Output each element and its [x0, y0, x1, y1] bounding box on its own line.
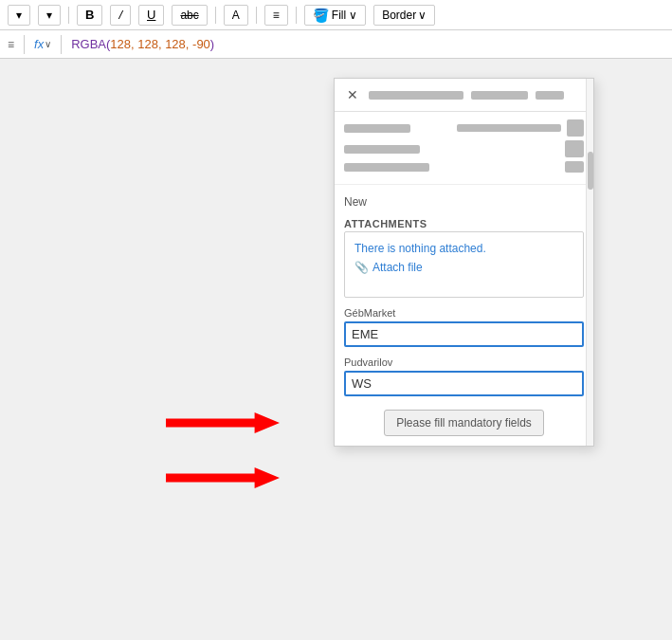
- strikethrough-button[interactable]: abc: [172, 5, 207, 26]
- new-label: New: [344, 194, 584, 209]
- arrow1: [166, 412, 280, 433]
- toolbar-sep4: [296, 7, 297, 24]
- toolbar-dropdown2-arrow: ▾: [46, 9, 52, 22]
- panel-title: [369, 91, 463, 100]
- fill-chevron: ∨: [349, 9, 357, 22]
- fx-label: fx ∨: [34, 37, 51, 51]
- attachments-heading: ATTACHMENTS: [344, 218, 584, 229]
- toolbar: ▾ ▾ B / U abc A ≡ 🪣 Fill ∨ Border ∨: [0, 0, 672, 30]
- panel-subtitle: [471, 91, 528, 100]
- panel-header: ✕: [335, 79, 593, 112]
- field2-label: Pudvarilov: [344, 357, 584, 368]
- toolbar-sep3: [256, 7, 257, 24]
- formula-bar: ≡ fx ∨ RGBA(128, 128, 128, -90): [0, 30, 672, 59]
- close-button[interactable]: ✕: [344, 86, 361, 103]
- attachments-section: ATTACHMENTS There is nothing attached. 📎…: [344, 218, 584, 298]
- formula-divider1: [24, 35, 25, 54]
- toolbar-sep1: [68, 7, 69, 24]
- toolbar-dropdown1-arrow: ▾: [16, 9, 22, 22]
- nothing-attached-text: There is nothing attached.: [354, 242, 573, 255]
- scrollbar-thumb[interactable]: [588, 152, 593, 190]
- fill-button[interactable]: 🪣 Fill ∨: [304, 5, 366, 26]
- attach-file-link[interactable]: 📎 Attach file: [354, 261, 573, 274]
- toolbar-dropdown2[interactable]: ▾: [38, 5, 61, 26]
- bold-button[interactable]: B: [77, 5, 102, 26]
- field1-input[interactable]: [344, 321, 584, 347]
- field1-label: GébMarket: [344, 307, 584, 319]
- side-panel: ✕ Ne: [334, 78, 594, 447]
- field2-input[interactable]: [344, 371, 584, 396]
- underline-button[interactable]: U: [138, 5, 164, 26]
- submit-button[interactable]: Please fill mandatory fields: [384, 410, 544, 436]
- field2-group: Pudvarilov: [344, 357, 584, 396]
- toolbar-dropdown1[interactable]: ▾: [8, 5, 30, 26]
- arrow2: [166, 467, 280, 488]
- align-button[interactable]: ≡: [264, 5, 288, 26]
- panel-meta: [536, 91, 564, 100]
- fill-icon: 🪣: [313, 8, 329, 23]
- panel-content: New ATTACHMENTS There is nothing attache…: [335, 185, 593, 446]
- field1-group: GébMarket: [344, 307, 584, 347]
- attach-file-label: Attach file: [372, 261, 423, 274]
- paperclip-icon: 📎: [354, 261, 369, 274]
- attachments-box: There is nothing attached. 📎 Attach file: [344, 231, 584, 298]
- panel-scrollbar: [586, 79, 593, 446]
- formula-value: RGBA(128, 128, 128, -90): [71, 37, 214, 51]
- italic-button[interactable]: /: [110, 5, 131, 26]
- border-button[interactable]: Border ∨: [373, 5, 435, 26]
- border-chevron: ∨: [418, 9, 427, 22]
- panel-info: [335, 112, 593, 185]
- toolbar-sep2: [215, 7, 216, 24]
- fontcolor-button[interactable]: A: [224, 5, 248, 26]
- hamburger-icon: ≡: [8, 38, 14, 51]
- formula-divider2: [61, 35, 62, 54]
